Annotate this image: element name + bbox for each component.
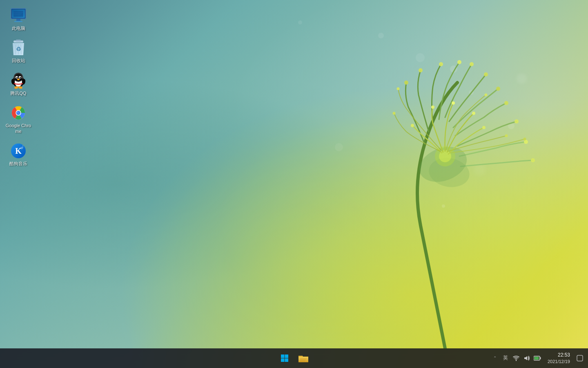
desktop-icons-container: 此电脑 ♻ [0, 0, 33, 176]
svg-point-58 [16, 111, 20, 115]
network-icon [513, 355, 519, 361]
sound-icon [523, 355, 530, 361]
chrome-icon-label: Google Chrome [4, 123, 33, 135]
bokeh-decoration [298, 20, 302, 25]
svg-rect-53 [13, 76, 15, 79]
svg-point-48 [17, 79, 20, 80]
language-button[interactable]: 英 [501, 354, 510, 362]
svg-point-62 [20, 147, 23, 149]
svg-rect-27 [16, 19, 20, 21]
svg-rect-71 [540, 357, 541, 359]
qq-icon-svg [11, 72, 26, 89]
svg-rect-34 [16, 40, 21, 41]
bokeh-decoration [442, 204, 445, 208]
show-hidden-icons-button[interactable]: ⌃ [491, 354, 499, 362]
windows-logo-icon [281, 354, 289, 362]
chrome-icon-image [10, 105, 27, 121]
computer-icon-label: 此电脑 [12, 25, 25, 31]
bokeh-decoration [474, 164, 486, 176]
chevron-icon: ⌃ [493, 356, 497, 360]
svg-point-46 [16, 76, 17, 77]
language-label: 英 [503, 355, 508, 361]
svg-rect-72 [535, 357, 539, 359]
svg-rect-73 [577, 355, 583, 361]
taskbar: ⌃ 英 [0, 348, 588, 368]
battery-icon [534, 356, 541, 361]
computer-icon-image [10, 7, 27, 24]
svg-rect-66 [285, 359, 289, 362]
recycle-icon-svg: ♻ [11, 40, 26, 56]
kugou-icon-image: K [10, 143, 27, 159]
network-button[interactable] [512, 354, 520, 362]
svg-rect-63 [281, 355, 285, 358]
desktop-icon-kugou[interactable]: K 酷狗音乐 [2, 139, 35, 170]
recycle-icon-label: 回收站 [12, 58, 25, 63]
desktop-icon-qq[interactable]: 腾讯QQ [2, 69, 35, 99]
start-button[interactable] [276, 349, 294, 367]
bokeh-decoration [517, 74, 527, 84]
kugou-icon-svg: K [11, 143, 26, 159]
battery-button[interactable] [533, 354, 541, 362]
file-explorer-icon [298, 354, 309, 363]
bokeh-decoration [335, 143, 343, 151]
bokeh-decoration [416, 53, 425, 62]
qq-icon-image [10, 72, 27, 89]
datetime-button[interactable]: 22:53 2021/12/19 [544, 351, 572, 365]
taskbar-right: ⌃ 英 [491, 351, 585, 365]
taskbar-center [276, 349, 312, 367]
kugou-icon-label: 酷狗音乐 [9, 161, 27, 166]
notification-icon [577, 355, 583, 361]
clock-time: 22:53 [558, 352, 570, 359]
bokeh-decoration [378, 33, 384, 38]
clock-date: 2021/12/19 [548, 359, 570, 364]
desktop-icon-computer[interactable]: 此电脑 [2, 4, 35, 34]
svg-rect-65 [281, 359, 285, 362]
desktop: 此电脑 ♻ [0, 0, 588, 368]
qq-icon-label: 腾讯QQ [10, 90, 26, 96]
recycle-icon-image: ♻ [10, 40, 27, 56]
desktop-icon-chrome[interactable]: Google Chrome [2, 101, 35, 138]
bokeh-decoration [450, 65, 457, 73]
svg-point-47 [20, 76, 20, 77]
notification-center-button[interactable] [575, 353, 585, 363]
file-explorer-button[interactable] [294, 349, 312, 367]
svg-rect-28 [14, 21, 22, 22]
bokeh-decoration [469, 90, 474, 95]
wallpaper [0, 0, 588, 368]
svg-rect-54 [22, 76, 23, 79]
svg-rect-64 [285, 355, 289, 358]
sound-button[interactable] [523, 354, 531, 362]
chrome-icon-svg [11, 105, 26, 120]
svg-rect-29 [13, 11, 23, 17]
desktop-icon-recycle[interactable]: ♻ 回收站 [2, 36, 35, 67]
svg-point-59 [17, 112, 18, 113]
computer-icon-svg [10, 8, 27, 23]
bokeh-decoration [508, 123, 514, 129]
